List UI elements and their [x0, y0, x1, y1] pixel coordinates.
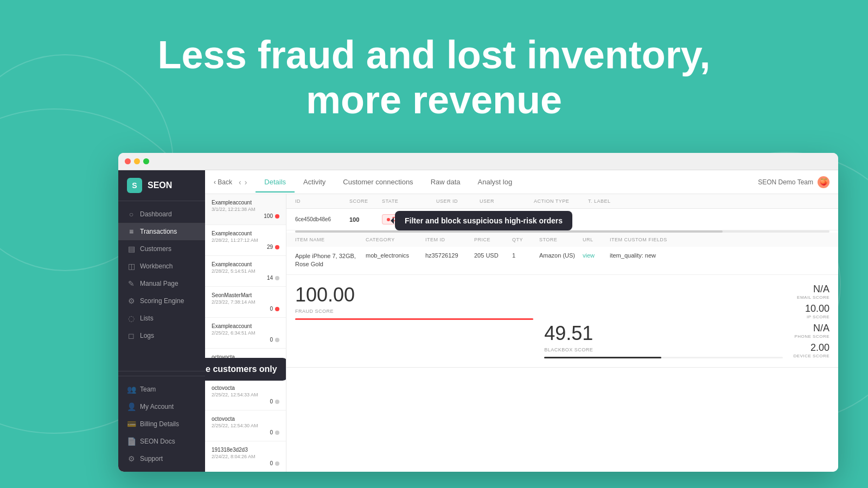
browser-window: S SEON ○ Dashboard ≡ Transactions ▤ Cust…: [118, 153, 838, 472]
email-score-item: N/A EMAIL SCORE: [797, 284, 829, 300]
tab-details[interactable]: Details: [256, 171, 295, 192]
item-qty-0: 1: [512, 252, 539, 269]
sidebar-label-support: Support: [140, 455, 163, 463]
device-score-item: 2.00 DEVICE SCORE: [794, 342, 829, 358]
transaction-name-0: Exampleaccount: [212, 200, 279, 206]
item-id-0: hz35726129: [425, 252, 474, 269]
score-dot-red-3: [275, 307, 279, 311]
billing-icon: 💳: [127, 420, 136, 428]
ip-score-label: IP SCORE: [805, 314, 829, 319]
item-url-0[interactable]: view: [583, 252, 610, 269]
sidebar-item-manual-page[interactable]: ✎ Manual Page: [118, 275, 205, 292]
phone-score-label: PHONE SCORE: [794, 334, 829, 339]
seon-logo-icon: S: [127, 178, 142, 193]
back-button[interactable]: ‹ Back: [214, 178, 232, 186]
transaction-item-7[interactable]: octovocta 2/25/22, 12:54:30 AM 0: [205, 410, 286, 441]
fraud-score-label: FRAUD SCORE: [295, 309, 533, 314]
item-table-header: ITEM NAME CATEGORY ITEM ID PRICE QTY STO…: [286, 233, 838, 247]
content-row: Ship to genuine customers only Exampleac…: [205, 194, 838, 472]
sidebar-label-transactions: Transactions: [140, 228, 177, 235]
sidebar-item-lists[interactable]: ◌ Lists: [118, 310, 205, 327]
sidebar: S SEON ○ Dashboard ≡ Transactions ▤ Cust…: [118, 170, 205, 472]
ip-score-value: 10.00: [805, 303, 829, 314]
sidebar-divider: [118, 371, 205, 371]
row-id-0: 6ce450db48e6: [295, 216, 349, 222]
lists-icon: ◌: [127, 314, 136, 323]
col-state-header: STATE: [382, 198, 436, 204]
sidebar-item-team[interactable]: 👥 Team: [118, 381, 205, 398]
sidebar-label-lists: Lists: [140, 314, 154, 322]
blackbox-score-panel: 49.51 BLACKBOX SCORE: [544, 311, 782, 358]
account-icon: 👤: [127, 402, 136, 411]
dashboard-icon: ○: [127, 210, 136, 219]
browser-minimize-button[interactable]: [134, 158, 140, 164]
item-col-store-header: STORE: [539, 237, 583, 242]
phone-score-item: N/A PHONE SCORE: [794, 323, 829, 339]
item-table-row-0[interactable]: Apple iPhone 7, 32GB, Rose Gold mob_elec…: [286, 247, 838, 275]
row-score-0: 100: [349, 216, 382, 223]
sidebar-label-team: Team: [140, 386, 156, 393]
blackbox-score-bar: [544, 357, 782, 358]
col-actiontype-header: ACTION TYPE: [534, 198, 588, 204]
item-col-qty-header: QTY: [512, 237, 539, 242]
fraud-score-value: 100.00: [295, 284, 533, 306]
email-score-value: N/A: [797, 284, 829, 295]
sidebar-label-logs: Logs: [140, 332, 154, 339]
tab-customer-connections[interactable]: Customer connections: [334, 171, 422, 192]
sidebar-item-dashboard[interactable]: ○ Dashboard: [118, 206, 205, 223]
item-col-url-header: URL: [583, 237, 610, 242]
sidebar-item-support[interactable]: ⚙ Support: [118, 450, 205, 467]
main-content: ‹ Back ‹ › Details Activity Customer con…: [205, 170, 838, 472]
browser-maximize-button[interactable]: [143, 158, 149, 164]
score-dot-gray-2: [275, 276, 279, 280]
customers-icon: ▤: [127, 245, 136, 253]
next-arrow[interactable]: ›: [245, 178, 247, 187]
sidebar-item-workbench[interactable]: ◫ Workbench: [118, 258, 205, 275]
browser-close-button[interactable]: [125, 158, 131, 164]
tab-raw-data[interactable]: Raw data: [422, 171, 469, 192]
col-id-header: ID: [295, 198, 349, 204]
transaction-item-1[interactable]: Exampleaccount 2/28/22, 11:27:12 AM 29: [205, 225, 286, 256]
item-category-0: mob_electronics: [366, 252, 425, 269]
transactions-icon: ≡: [127, 227, 136, 236]
transaction-item-6[interactable]: octovocta 2/25/22, 12:54:33 AM 0: [205, 380, 286, 410]
transaction-item-2[interactable]: Exampleaccount 2/28/22, 5:14:51 AM 14: [205, 256, 286, 287]
score-dot-red-0: [275, 214, 279, 219]
email-score-label: EMAIL SCORE: [797, 295, 829, 300]
transaction-item-4[interactable]: Exampleaccount 2/25/22, 6:34:51 AM 0: [205, 318, 286, 349]
sidebar-item-billing[interactable]: 💳 Billing Details: [118, 415, 205, 433]
item-col-id-header: ITEM ID: [425, 237, 474, 242]
table-row-0[interactable]: 6ce450db48e6 100 DECLINE ▾ Filter and bl…: [286, 209, 838, 230]
item-name-0: Apple iPhone 7, 32GB, Rose Gold: [295, 252, 366, 269]
seon-logo-text: SEON: [148, 181, 172, 190]
sidebar-label-manual-page: Manual Page: [140, 280, 178, 287]
sidebar-label-docs: SEON Docs: [140, 438, 175, 445]
sidebar-label-dashboard: Dashboard: [140, 210, 172, 218]
sidebar-label-workbench: Workbench: [140, 262, 173, 270]
transaction-item-8[interactable]: 191318e3d2d3 2/24/22, 8:04:26 AM 0: [205, 441, 286, 472]
tab-bar: Details Activity Customer connections Ra…: [256, 171, 758, 192]
prev-arrow[interactable]: ‹: [239, 178, 241, 187]
sidebar-item-customers[interactable]: ▤ Customers: [118, 240, 205, 258]
nav-arrows: ‹ ›: [239, 178, 247, 187]
sidebar-item-docs[interactable]: 📄 SEON Docs: [118, 433, 205, 450]
item-col-price-header: PRICE: [474, 237, 512, 242]
support-icon: ⚙: [127, 454, 136, 463]
transaction-item-3[interactable]: SeonMasterMart 2/23/22, 7:38:14 AM 0: [205, 287, 286, 318]
item-col-custom-header: ITEM CUSTOM FIELDS: [610, 237, 829, 242]
transaction-item-0[interactable]: Exampleaccount 3/1/22, 12:21:38 AM 100: [205, 194, 286, 225]
sidebar-item-transactions[interactable]: ≡ Transactions: [118, 223, 205, 240]
tab-activity[interactable]: Activity: [295, 171, 334, 192]
side-scores: N/A EMAIL SCORE 10.00 IP SCORE N/A PHONE…: [794, 284, 829, 358]
team-icon: 👥: [127, 385, 136, 394]
fraud-score-panel: 100.00 FRAUD SCORE: [295, 284, 533, 358]
item-store-0: Amazon (US): [539, 252, 583, 269]
sidebar-item-account[interactable]: 👤 My Account: [118, 398, 205, 415]
sidebar-item-logs[interactable]: ◻ Logs: [118, 327, 205, 344]
top-nav-right: SEON Demo Team 🍑: [758, 176, 829, 188]
sidebar-label-scoring-engine: Scoring Engine: [140, 297, 184, 305]
tab-analyst-log[interactable]: Analyst log: [469, 171, 521, 192]
fraud-bar-fill: [295, 318, 533, 320]
fraud-score-bar: [295, 318, 533, 320]
sidebar-item-scoring-engine[interactable]: ⚙ Scoring Engine: [118, 292, 205, 310]
